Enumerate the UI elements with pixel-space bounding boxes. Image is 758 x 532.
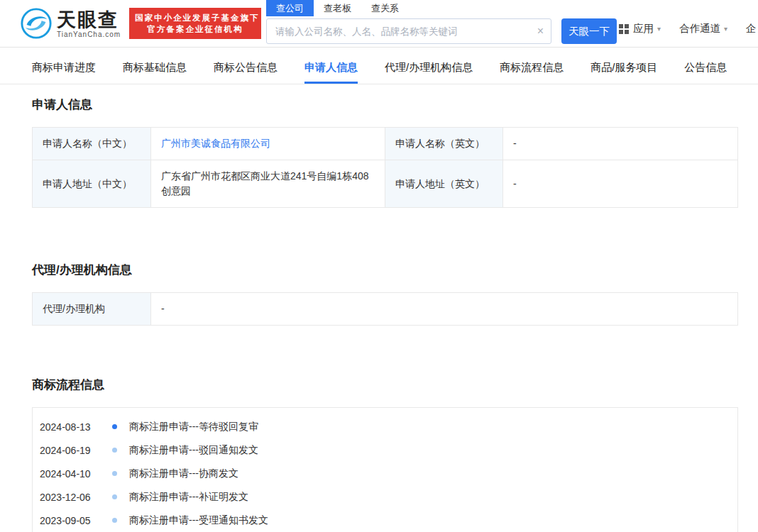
- timeline-text: 商标注册申请---驳回通知发文: [129, 444, 258, 457]
- apps-grid-icon: [619, 24, 629, 34]
- header-right: 应用 ▾ 合作通道 ▾ 企: [619, 22, 758, 35]
- logo-title: 天眼查: [57, 9, 121, 31]
- site-header: 天眼查 TianYanCha.com 国家中小企业发展子基金旗下 官方备案企业征…: [0, 0, 758, 48]
- official-badge: 国家中小企业发展子基金旗下 官方备案企业征信机构: [129, 8, 261, 39]
- timeline-text: 商标注册申请---受理通知书发文: [129, 514, 268, 527]
- search-area: 查公司 查老板 查关系 × 天眼一下: [266, 0, 617, 44]
- search-box: ×: [266, 18, 551, 44]
- timeline-item: 2023-09-05 商标注册申请---受理通知书发文: [33, 509, 737, 532]
- timeline-date: 2024-06-19: [40, 445, 112, 456]
- process-section-title: 商标流程信息: [32, 377, 738, 393]
- applicant-name-en-label: 申请人名称（英文）: [385, 128, 502, 160]
- timeline-date: 2024-08-13: [40, 421, 112, 433]
- timeline-item: 2024-04-10 商标注册申请---协商发文: [33, 462, 737, 485]
- trademark-process-timeline: 2024-08-13 商标注册申请---等待驳回复审 2024-06-19 商标…: [32, 407, 738, 532]
- search-tabs: 查公司 查老板 查关系: [266, 0, 617, 16]
- search-button[interactable]: 天眼一下: [561, 18, 617, 44]
- timeline-text: 商标注册申请---协商发文: [129, 467, 238, 480]
- timeline-text: 商标注册申请---补证明发文: [129, 491, 248, 504]
- tab-goods-services[interactable]: 商品/服务项目: [591, 52, 657, 84]
- applicant-address-en-value: -: [502, 160, 737, 207]
- timeline-dot-icon: [112, 448, 117, 453]
- timeline-text: 商标注册申请---等待驳回复审: [129, 421, 258, 433]
- applicant-info-table: 申请人名称（中文） 广州市美诚食品有限公司 申请人名称（英文） - 申请人地址（…: [32, 127, 738, 208]
- apps-label: 应用: [633, 22, 654, 35]
- agency-value: -: [150, 293, 737, 325]
- tab-trademark-basic-info[interactable]: 商标基础信息: [123, 52, 187, 84]
- applicant-name-cn-label: 申请人名称（中文）: [33, 128, 150, 160]
- tab-trademark-announcement[interactable]: 商标公告信息: [214, 52, 278, 84]
- table-row: 代理/办理机构 -: [33, 293, 737, 326]
- logo-subtitle: TianYanCha.com: [57, 31, 121, 38]
- cooperation-menu[interactable]: 合作通道 ▾: [679, 22, 727, 35]
- badge-line1: 国家中小企业发展子基金旗下: [135, 12, 256, 23]
- clear-icon[interactable]: ×: [537, 24, 544, 38]
- timeline-item: 2024-06-19 商标注册申请---驳回通知发文: [33, 438, 737, 462]
- detail-tabs: 商标申请进度 商标基础信息 商标公告信息 申请人信息 代理/办理机构信息 商标流…: [0, 52, 758, 84]
- applicant-section-title: 申请人信息: [32, 96, 738, 113]
- logo[interactable]: 天眼查 TianYanCha.com: [20, 7, 121, 40]
- applicant-name-cn-value: 广州市美诚食品有限公司: [150, 128, 385, 160]
- tab-applicant-info[interactable]: 申请人信息: [304, 52, 358, 84]
- enterprise-link[interactable]: 企: [746, 22, 757, 35]
- company-link[interactable]: 广州市美诚食品有限公司: [161, 136, 270, 151]
- table-row: 申请人名称（中文） 广州市美诚食品有限公司 申请人名称（英文） -: [33, 128, 737, 160]
- timeline-date: 2023-09-05: [40, 515, 112, 526]
- tab-agency-info[interactable]: 代理/办理机构信息: [385, 52, 473, 84]
- timeline-dot-icon: [112, 424, 117, 429]
- table-row: 申请人地址（中文） 广东省广州市花都区商业大道241号自编1栋408创意园 申请…: [33, 160, 737, 208]
- badge-line2: 官方备案企业征信机构: [135, 23, 256, 35]
- timeline-item: 2023-12-06 商标注册申请---补证明发文: [33, 485, 737, 509]
- timeline-dot-icon: [112, 518, 117, 523]
- timeline-date: 2024-04-10: [40, 468, 112, 480]
- search-input[interactable]: [267, 19, 551, 43]
- apps-menu[interactable]: 应用 ▾: [619, 22, 661, 35]
- main-content: 申请人信息 申请人名称（中文） 广州市美诚食品有限公司 申请人名称（英文） - …: [0, 96, 758, 532]
- agency-section-title: 代理/办理机构信息: [32, 262, 738, 278]
- applicant-address-cn-label: 申请人地址（中文）: [33, 160, 150, 207]
- timeline-item: 2024-08-13 商标注册申请---等待驳回复审: [33, 415, 737, 438]
- search-tab-relation[interactable]: 查关系: [361, 0, 409, 16]
- tab-trademark-process[interactable]: 商标流程信息: [500, 52, 564, 84]
- agency-label: 代理/办理机构: [33, 293, 150, 325]
- applicant-name-en-value: -: [502, 128, 737, 160]
- applicant-address-cn-value: 广东省广州市花都区商业大道241号自编1栋408创意园: [150, 160, 385, 207]
- tab-trademark-progress[interactable]: 商标申请进度: [32, 52, 96, 84]
- cooperation-label: 合作通道: [679, 22, 720, 35]
- timeline-date: 2023-12-06: [40, 492, 112, 503]
- chevron-down-icon: ▾: [724, 25, 727, 33]
- applicant-address-en-label: 申请人地址（英文）: [385, 160, 502, 207]
- tianyancha-logo-icon: [20, 7, 53, 40]
- agency-info-table: 代理/办理机构 -: [32, 292, 738, 326]
- chevron-down-icon: ▾: [657, 25, 661, 33]
- timeline-dot-icon: [112, 471, 117, 476]
- tab-announcement-info[interactable]: 公告信息: [684, 52, 727, 84]
- search-tab-company[interactable]: 查公司: [266, 0, 314, 16]
- search-tab-boss[interactable]: 查老板: [314, 0, 361, 16]
- timeline-dot-icon: [112, 494, 117, 499]
